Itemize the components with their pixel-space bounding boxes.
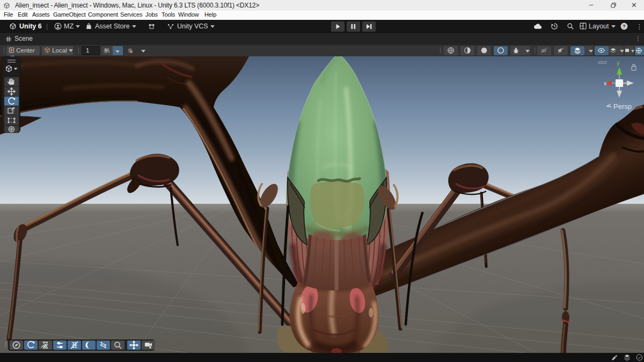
svg-text:Y: Y bbox=[108, 50, 110, 54]
svg-text:?: ? bbox=[623, 24, 625, 29]
svg-text:Persp: Persp bbox=[613, 102, 632, 110]
svg-text:x: x bbox=[604, 80, 607, 86]
svg-text:y: y bbox=[617, 60, 620, 66]
